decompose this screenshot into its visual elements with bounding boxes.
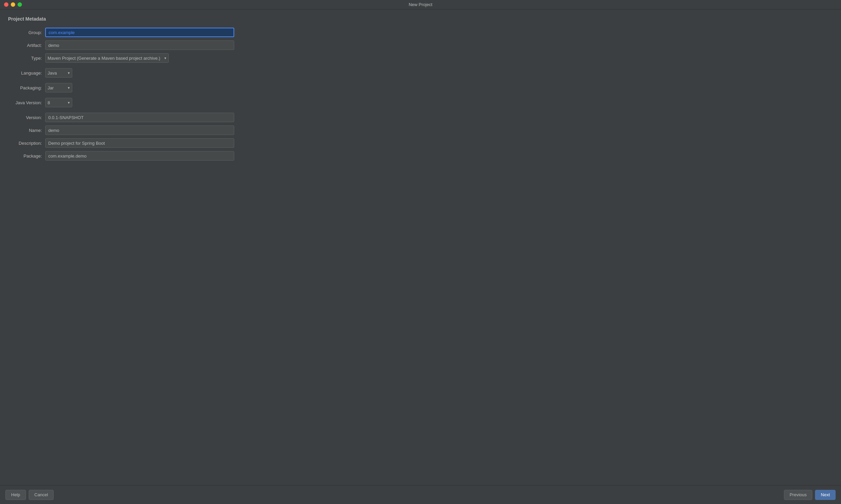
artifact-input[interactable] bbox=[45, 40, 234, 50]
type-row: Type: Maven Project (Generate a Maven ba… bbox=[8, 53, 833, 63]
section-title: Project Metadata bbox=[8, 16, 833, 22]
close-button[interactable] bbox=[4, 2, 8, 7]
footer-right-buttons: Previous Next bbox=[784, 490, 836, 500]
name-row: Name: bbox=[8, 126, 833, 135]
window-title: New Project bbox=[409, 2, 432, 7]
maximize-button[interactable] bbox=[18, 2, 22, 7]
name-input[interactable] bbox=[45, 126, 234, 135]
group-row: Group: bbox=[8, 28, 833, 37]
minimize-button[interactable] bbox=[11, 2, 15, 7]
help-button[interactable]: Help bbox=[5, 490, 26, 500]
traffic-lights bbox=[4, 2, 22, 7]
java-version-select[interactable]: 8 11 17 21 bbox=[45, 98, 72, 107]
package-row: Package: bbox=[8, 151, 833, 161]
description-row: Description: bbox=[8, 138, 833, 148]
previous-button[interactable]: Previous bbox=[784, 490, 813, 500]
footer-left-buttons: Help Cancel bbox=[5, 490, 54, 500]
language-label: Language: bbox=[8, 71, 45, 76]
version-input[interactable] bbox=[45, 113, 234, 122]
artifact-row: Artifact: bbox=[8, 40, 833, 50]
language-select[interactable]: Java Kotlin Groovy bbox=[45, 68, 72, 77]
type-select-wrapper: Maven Project (Generate a Maven based pr… bbox=[45, 53, 169, 63]
type-select[interactable]: Maven Project (Generate a Maven based pr… bbox=[45, 53, 169, 63]
java-version-row: Java Version: 8 11 17 21 bbox=[8, 98, 833, 107]
dialog-content: Project Metadata Group: Artifact: Type: … bbox=[0, 10, 841, 485]
packaging-select[interactable]: Jar War bbox=[45, 83, 72, 92]
description-label: Description: bbox=[8, 141, 45, 146]
description-input[interactable] bbox=[45, 138, 234, 148]
cancel-button[interactable]: Cancel bbox=[29, 490, 54, 500]
artifact-label: Artifact: bbox=[8, 43, 45, 48]
java-version-label: Java Version: bbox=[8, 100, 45, 105]
type-label: Type: bbox=[8, 56, 45, 61]
java-version-select-wrapper: 8 11 17 21 bbox=[45, 98, 72, 107]
packaging-select-wrapper: Jar War bbox=[45, 83, 72, 92]
language-select-wrapper: Java Kotlin Groovy bbox=[45, 68, 72, 77]
packaging-label: Packaging: bbox=[8, 85, 45, 90]
name-label: Name: bbox=[8, 128, 45, 133]
group-label: Group: bbox=[8, 30, 45, 35]
group-input[interactable] bbox=[45, 28, 234, 37]
next-button[interactable]: Next bbox=[815, 490, 836, 500]
title-bar: New Project bbox=[0, 0, 841, 10]
package-input[interactable] bbox=[45, 151, 234, 161]
dialog-footer: Help Cancel Previous Next bbox=[0, 485, 841, 504]
version-label: Version: bbox=[8, 115, 45, 120]
package-label: Package: bbox=[8, 154, 45, 159]
version-row: Version: bbox=[8, 113, 833, 122]
language-row: Language: Java Kotlin Groovy bbox=[8, 68, 833, 77]
packaging-row: Packaging: Jar War bbox=[8, 83, 833, 92]
